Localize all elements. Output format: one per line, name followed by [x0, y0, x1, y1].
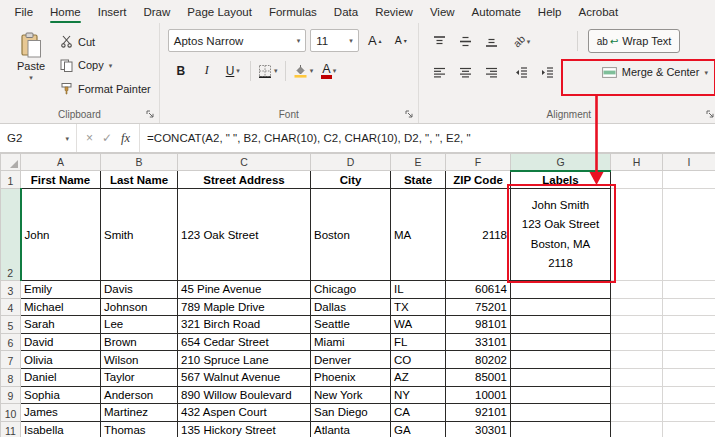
cell-C11[interactable]: 135 Hickory Street	[178, 421, 311, 437]
cell-H7[interactable]	[611, 351, 663, 369]
row-header-10[interactable]: 10	[1, 404, 21, 422]
cell-G11[interactable]	[511, 421, 611, 437]
cell-G5[interactable]	[511, 316, 611, 334]
clipboard-dialog-launcher-icon[interactable]	[146, 110, 155, 119]
cell-D11[interactable]: Atlanta	[311, 421, 391, 437]
font-size-select[interactable]: 11 ▾	[310, 29, 359, 52]
cell-C2[interactable]: 123 Oak Street	[178, 189, 311, 281]
column-header-B[interactable]: B	[101, 154, 178, 171]
cell-F5[interactable]: 98101	[446, 316, 511, 334]
row-header-9[interactable]: 9	[1, 386, 21, 404]
cell-D6[interactable]: Miami	[311, 333, 391, 351]
orientation-button[interactable]: ab ▾	[509, 31, 535, 52]
align-bottom-button[interactable]	[479, 31, 505, 52]
column-header-F[interactable]: F	[446, 154, 511, 171]
menu-tab-page-layout[interactable]: Page Layout	[179, 0, 261, 23]
cell-D4[interactable]: Dallas	[311, 298, 391, 316]
column-header-I[interactable]: I	[663, 154, 715, 171]
cell-I8[interactable]	[663, 368, 715, 386]
cell-D7[interactable]: Denver	[311, 351, 391, 369]
merge-center-button[interactable]: Merge & Center ▾	[595, 61, 715, 83]
row-header-3[interactable]: 3	[1, 281, 21, 299]
font-name-select[interactable]: Aptos Narrow ▾	[168, 29, 306, 52]
increase-font-size-button[interactable]: A▴	[362, 30, 388, 51]
cell-B8[interactable]: Taylor	[101, 368, 178, 386]
cell-H4[interactable]	[611, 298, 663, 316]
cell-D5[interactable]: Seattle	[311, 316, 391, 334]
cell-G4[interactable]	[511, 298, 611, 316]
cell-G3[interactable]	[511, 281, 611, 299]
column-header-D[interactable]: D	[311, 154, 391, 171]
cancel-icon[interactable]: ×	[86, 131, 93, 145]
cell-A11[interactable]: Isabella	[21, 421, 101, 437]
font-color-button[interactable]: A ▾	[316, 60, 342, 81]
cell-F9[interactable]: 10001	[446, 386, 511, 404]
paste-button[interactable]: Paste ▾	[8, 28, 54, 105]
bold-button[interactable]: B	[168, 60, 194, 81]
cell-H9[interactable]	[611, 386, 663, 404]
cell-H6[interactable]	[611, 333, 663, 351]
cell-G9[interactable]	[511, 386, 611, 404]
cell-A2[interactable]: John	[21, 189, 101, 281]
cell-I2[interactable]	[663, 189, 715, 281]
italic-button[interactable]: I	[194, 60, 220, 81]
cell-B4[interactable]: Johnson	[101, 298, 178, 316]
cell-B9[interactable]: Anderson	[101, 386, 178, 404]
cell-C7[interactable]: 210 Spruce Lane	[178, 351, 311, 369]
cell-C5[interactable]: 321 Birch Road	[178, 316, 311, 334]
align-right-button[interactable]	[479, 62, 505, 83]
column-header-H[interactable]: H	[611, 154, 663, 171]
cell-F11[interactable]: 30301	[446, 421, 511, 437]
cell-B11[interactable]: Thomas	[101, 421, 178, 437]
align-top-button[interactable]	[427, 31, 453, 52]
cell-I4[interactable]	[663, 298, 715, 316]
cell-H5[interactable]	[611, 316, 663, 334]
menu-tab-acrobat[interactable]: Acrobat	[570, 0, 627, 23]
cell-I3[interactable]	[663, 281, 715, 299]
column-header-C[interactable]: C	[178, 154, 311, 171]
cell-D2[interactable]: Boston	[311, 189, 391, 281]
format-painter-button[interactable]: Format Painter	[56, 78, 155, 99]
menu-tab-insert[interactable]: Insert	[89, 0, 135, 23]
select-all-button[interactable]	[1, 154, 21, 171]
column-header-E[interactable]: E	[391, 154, 446, 171]
menu-tab-automate[interactable]: Automate	[463, 0, 529, 23]
cell-E4[interactable]: TX	[391, 298, 446, 316]
menu-tab-draw[interactable]: Draw	[135, 0, 179, 23]
cell-F7[interactable]: 80202	[446, 351, 511, 369]
menu-tab-data[interactable]: Data	[325, 0, 366, 23]
cell-D8[interactable]: Phoenix	[311, 368, 391, 386]
cell-F4[interactable]: 75201	[446, 298, 511, 316]
cell-C9[interactable]: 890 Willow Boulevard	[178, 386, 311, 404]
fill-color-button[interactable]: ▾	[290, 60, 317, 81]
align-center-button[interactable]	[453, 62, 479, 83]
cell-I6[interactable]	[663, 333, 715, 351]
menu-tab-view[interactable]: View	[421, 0, 463, 23]
cut-button[interactable]: Cut	[56, 31, 155, 52]
cell-I1[interactable]	[663, 171, 715, 189]
decrease-indent-button[interactable]	[509, 62, 535, 83]
cell-H3[interactable]	[611, 281, 663, 299]
underline-button[interactable]: U ▾	[220, 60, 246, 81]
cell-A4[interactable]: Michael	[21, 298, 101, 316]
cell-E5[interactable]: WA	[391, 316, 446, 334]
row-header-1[interactable]: 1	[1, 171, 21, 189]
font-dialog-launcher-icon[interactable]	[405, 110, 414, 119]
alignment-dialog-launcher-icon[interactable]	[706, 110, 715, 119]
cell-B10[interactable]: Martinez	[101, 404, 178, 422]
cell-E7[interactable]: CO	[391, 351, 446, 369]
cell-B2[interactable]: Smith	[101, 189, 178, 281]
cell-H1[interactable]	[611, 171, 663, 189]
menu-tab-formulas[interactable]: Formulas	[260, 0, 325, 23]
cell-A8[interactable]: Daniel	[21, 368, 101, 386]
row-header-6[interactable]: 6	[1, 333, 21, 351]
cell-D9[interactable]: New York	[311, 386, 391, 404]
borders-button[interactable]: ▾	[255, 60, 281, 81]
cell-C8[interactable]: 567 Walnut Avenue	[178, 368, 311, 386]
copy-button[interactable]: Copy ▾	[56, 55, 155, 76]
cell-E3[interactable]: IL	[391, 281, 446, 299]
cell-E1[interactable]: State	[391, 171, 446, 189]
cell-C4[interactable]: 789 Maple Drive	[178, 298, 311, 316]
cell-I10[interactable]	[663, 404, 715, 422]
cell-E2[interactable]: MA	[391, 189, 446, 281]
